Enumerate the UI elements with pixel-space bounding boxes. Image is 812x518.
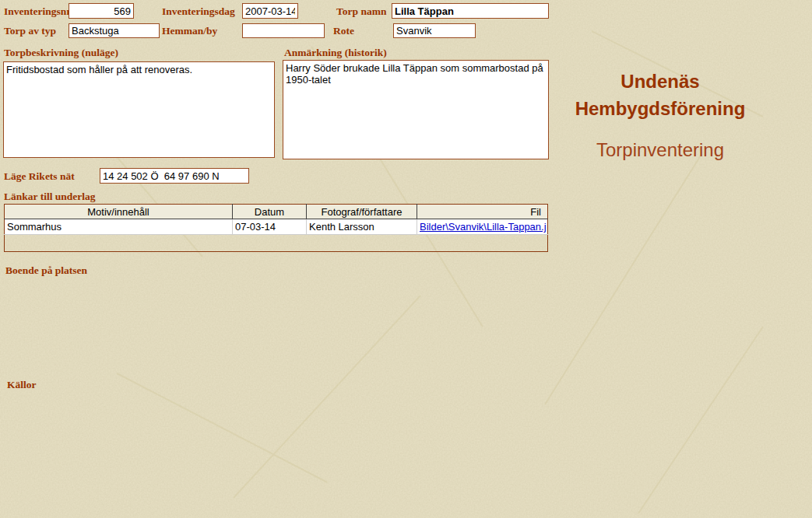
rote-label: Rote [333,25,354,37]
cell-fotograf: Kenth Larsson [307,219,417,235]
cell-motiv: Sommarhus [5,219,233,235]
torpinventering-page: Inventeringsnr Inventeringsdag Torp namn… [0,0,812,518]
torp-av-typ-label: Torp av typ [4,25,56,37]
page-subtitle: Torpinventering [554,139,767,161]
links-table: Motiv/innehåll Datum Fotograf/författare… [4,204,548,252]
table-row: Sommarhus 07-03-14 Kenth Larsson Bilder\… [5,219,548,235]
inventeringsdag-label: Inventeringsdag [162,5,235,18]
inventeringsdag-input[interactable] [242,3,298,19]
cell-fil: Bilder\Svanvik\Lilla-Tappan.j [417,219,548,235]
links-table-header-row: Motiv/innehåll Datum Fotograf/författare… [5,205,548,219]
hemman-by-label: Hemman/by [162,25,217,37]
inventeringsnr-input[interactable] [69,3,134,19]
lankar-till-underlag-heading: Länkar till underlag [4,191,96,203]
boende-pa-platsen-heading: Boende på platsen [5,264,87,277]
lage-rikets-nat-input[interactable] [100,168,249,184]
torpbeskrivning-textarea[interactable]: Fritidsbostad som håller på att renovera… [3,61,275,158]
torp-namn-input[interactable] [392,3,549,19]
torpbeskrivning-label: Torpbeskrivning (nuläge) [4,47,118,59]
lage-rikets-nat-label: Läge Rikets nät [4,170,75,183]
torp-namn-label: Torp namn [336,5,386,18]
anmarkning-textarea[interactable]: Harry Söder brukade Lilla Täppan som som… [283,60,549,159]
kallor-heading: Källor [7,379,37,391]
org-title: Undenäs Hembygdsförening [554,68,767,122]
cell-datum: 07-03-14 [233,219,307,235]
column-header-motiv: Motiv/innehåll [5,205,233,219]
hemman-by-input[interactable] [242,23,325,38]
column-header-fil: Fil [417,205,548,219]
column-header-fotograf: Fotograf/författare [307,205,417,219]
torp-av-typ-input[interactable] [69,23,160,38]
table-empty-space [5,235,548,252]
anmarkning-label: Anmärkning (historik) [284,47,387,59]
column-header-datum: Datum [233,205,307,219]
inventeringsnr-label: Inventeringsnr [4,5,71,18]
rote-input[interactable] [393,23,476,38]
file-link[interactable]: Bilder\Svanvik\Lilla-Tappan.j [420,221,547,233]
